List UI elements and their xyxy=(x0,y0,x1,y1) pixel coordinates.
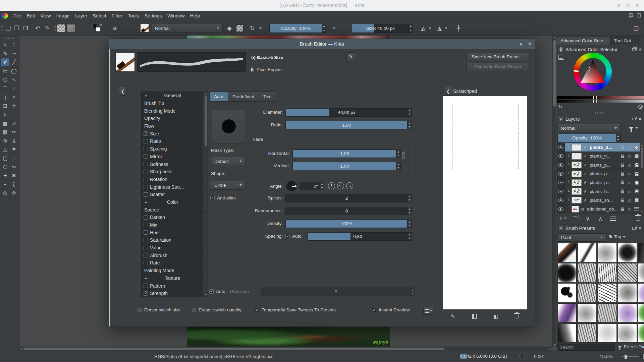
choose-brush-preset-icon[interactable]: ≋ xyxy=(111,24,119,33)
lock-docker-icon[interactable] xyxy=(559,47,563,52)
brush-option-blending-mode[interactable]: Blending Mode xyxy=(142,107,203,115)
workspace-chooser-icon[interactable]: ◫ xyxy=(632,24,640,33)
option-checkbox[interactable] xyxy=(144,131,148,136)
layers-scrollbar[interactable]: ▴▾ xyxy=(640,143,644,214)
layer-thumbnail[interactable] xyxy=(572,188,582,195)
layer-visibility-toggle[interactable] xyxy=(557,205,565,213)
scratchpad-paint-icon[interactable]: ✎ xyxy=(449,313,456,320)
precision-auto-checkbox[interactable] xyxy=(209,289,214,294)
close-docker-icon[interactable]: ✕ xyxy=(638,116,642,122)
layer-row-5[interactable]: └⇗plants_b...α xyxy=(557,187,640,196)
brush-preset-thumb-13[interactable] xyxy=(618,283,637,302)
option-checkbox[interactable] xyxy=(144,139,148,143)
layer-properties-button[interactable] xyxy=(610,217,616,221)
layer-name[interactable]: plants_sh... xyxy=(588,198,619,203)
tool-crop-icon[interactable]: ⌗ xyxy=(1,111,9,119)
add-layer-button[interactable]: + xyxy=(559,215,567,221)
tool-similar-select-icon[interactable]: ✱ xyxy=(10,172,18,180)
spacing-auto-row[interactable]: Auto xyxy=(285,234,302,239)
lock-docker-icon[interactable] xyxy=(559,117,563,121)
brush-preset-thumb-18[interactable] xyxy=(618,303,637,322)
tool-dynamic-brush-icon[interactable]: ∫ xyxy=(1,93,9,101)
rotation-value[interactable]: 0,00° xyxy=(534,354,545,359)
brush-option-sharpness[interactable]: Sharpness xyxy=(142,168,203,176)
tool-reference-images-icon[interactable]: ⚑ xyxy=(10,145,18,154)
layer-opacity-slider[interactable]: Opacity: 100% xyxy=(557,134,621,142)
inherit-alpha-icon[interactable]: ⇗ xyxy=(582,180,588,185)
dialog-close-icon[interactable]: ✕ xyxy=(525,39,534,49)
tool-transform-icon[interactable]: ⊡ xyxy=(1,102,9,110)
layer-thumbnail[interactable] xyxy=(572,144,582,151)
tool-select-shapes-icon[interactable]: ↖ xyxy=(1,41,9,49)
dialog-titlebar[interactable]: Brush Editor — Krita xyxy=(109,39,535,49)
zoom-slider[interactable] xyxy=(622,356,639,357)
layer-alpha-lock-icon[interactable] xyxy=(635,163,639,167)
brush-option-size[interactable]: Size xyxy=(142,130,203,137)
lock-docker-icon[interactable] xyxy=(559,226,563,230)
layer-lock-icon[interactable] xyxy=(621,182,624,184)
gradient-chooser[interactable] xyxy=(67,24,75,32)
opacity-slider[interactable]: Opacity: 100% xyxy=(269,24,326,33)
brush-preset-thumb-22[interactable] xyxy=(598,323,617,343)
delete-layer-button[interactable] xyxy=(636,215,640,221)
scratchpad-fill-background-icon[interactable]: ◧ xyxy=(492,313,499,320)
docker-splitter[interactable] xyxy=(595,112,605,114)
blending-mode-dropdown[interactable]: Normal xyxy=(152,24,223,33)
tab-advanced-color-selector[interactable]: Advanced Color Sele... xyxy=(557,36,610,45)
layer-name[interactable]: plants_p... xyxy=(588,180,619,185)
brush-option-saturation[interactable]: Saturation xyxy=(142,236,203,244)
layer-filter-button[interactable] xyxy=(624,124,643,132)
option-checkbox[interactable] xyxy=(144,177,148,181)
tool-contiguous-select-icon[interactable]: ✦ xyxy=(1,172,9,180)
brush-preset-thumb-10[interactable] xyxy=(557,283,577,302)
layer-alpha-icon[interactable]: α xyxy=(626,163,633,168)
menu-filter[interactable]: Filter xyxy=(109,12,125,20)
option-checkbox[interactable] xyxy=(144,261,148,265)
layer-visibility-toggle[interactable] xyxy=(557,196,565,204)
brush-preset-thumb-15[interactable] xyxy=(557,303,577,322)
layer-alpha-lock-icon[interactable] xyxy=(635,172,639,176)
save-new-preset-button[interactable]: Save New Brush Preset... xyxy=(466,53,529,61)
layer-alpha-icon[interactable]: α xyxy=(626,206,633,212)
spikes-slider[interactable]: 2 xyxy=(285,194,412,202)
option-checkbox[interactable] xyxy=(144,291,148,296)
tool-text-icon[interactable]: T xyxy=(10,41,18,49)
option-checkbox[interactable] xyxy=(144,246,148,250)
layer-thumbnail[interactable] xyxy=(572,162,582,168)
overwrite-preset-button[interactable]: Overwrite Brush Preset xyxy=(466,63,529,71)
angle-preset-3-icon[interactable] xyxy=(346,182,353,189)
brush-preset-thumb-21[interactable] xyxy=(578,323,597,343)
scratchpad-clear-icon[interactable] xyxy=(514,312,520,319)
redo-icon[interactable]: ↷ xyxy=(43,24,51,33)
ratio-slider[interactable]: 1,00 xyxy=(285,121,412,129)
tool-line-icon[interactable]: ╱ xyxy=(10,58,18,66)
brush-option-lightness-stre[interactable]: Lightness Stre... xyxy=(142,183,203,191)
layer-lock-icon[interactable] xyxy=(621,200,624,202)
inherit-alpha-icon[interactable]: ▤ xyxy=(579,207,586,211)
background-color[interactable] xyxy=(96,27,100,32)
chevron-down-icon[interactable] xyxy=(429,27,431,29)
instant-preview-row[interactable]: Instant Preview xyxy=(372,307,410,312)
menu-edit[interactable]: Edit xyxy=(24,12,38,20)
brush-option-scatter[interactable]: Scatter xyxy=(142,191,203,198)
vertical-scrollbar[interactable]: ▴▾ xyxy=(552,36,556,347)
tool-rect-select-icon[interactable]: ▢ xyxy=(1,154,9,162)
tool-pattern-edit-icon[interactable]: ▨ xyxy=(1,128,9,136)
option-checkbox[interactable] xyxy=(144,170,148,174)
inherit-alpha-icon[interactable]: ⇗ xyxy=(582,172,588,176)
tab-tool-options[interactable]: Tool Opt... xyxy=(610,36,639,45)
wrap-around-mode-icon[interactable]: ╄ xyxy=(454,24,462,33)
layer-row-7[interactable]: ▤additional_ob...α xyxy=(557,205,640,214)
tool-freehand-brush-icon[interactable]: ✐ xyxy=(1,58,9,66)
layer-alpha-icon[interactable]: α xyxy=(626,180,633,185)
horizontal-scrollbar[interactable]: ◂▸ xyxy=(19,347,552,351)
tool-assistants-icon[interactable]: △ xyxy=(1,145,9,154)
brush-option-pattern[interactable]: Pattern xyxy=(142,282,203,290)
tool-calligraphy-icon[interactable]: ✑ xyxy=(10,50,18,58)
brush-preset-thumb-17[interactable] xyxy=(598,303,617,322)
layer-thumbnail[interactable] xyxy=(572,206,579,213)
collapse-options-button[interactable]: ❮ xyxy=(119,87,127,96)
inherit-alpha-icon[interactable]: ⇗ xyxy=(582,189,588,194)
inherit-alpha-icon[interactable]: ⇗ xyxy=(582,163,588,167)
menu-layer[interactable]: Layer xyxy=(72,12,90,20)
